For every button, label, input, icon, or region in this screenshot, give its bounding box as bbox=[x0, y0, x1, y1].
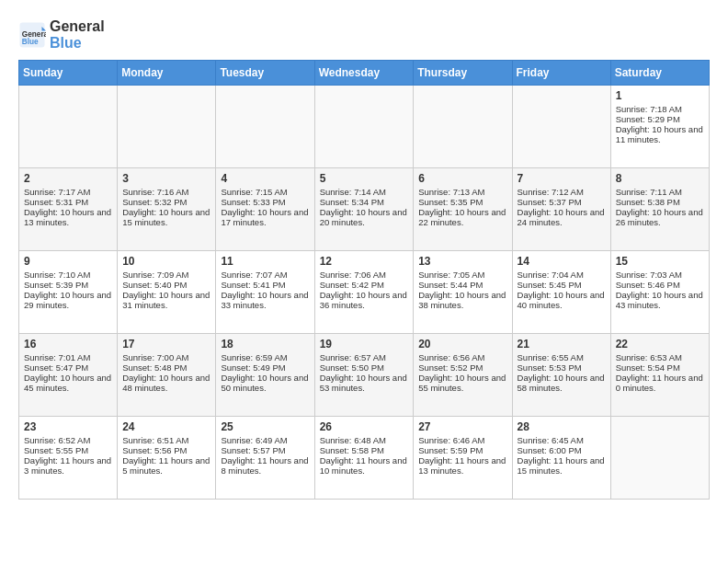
day-number: 27 bbox=[418, 420, 506, 433]
calendar-cell: 14Sunrise: 7:04 AMSunset: 5:45 PMDayligh… bbox=[512, 251, 610, 334]
calendar-cell bbox=[414, 86, 512, 168]
day-number: 16 bbox=[24, 338, 112, 350]
day-info: Daylight: 10 hours and 15 minutes. bbox=[122, 207, 210, 227]
calendar-cell: 11Sunrise: 7:07 AMSunset: 5:41 PMDayligh… bbox=[216, 251, 314, 334]
day-info: Daylight: 11 hours and 5 minutes. bbox=[122, 455, 210, 476]
day-info: Sunset: 5:45 PM bbox=[518, 280, 606, 290]
day-info: Sunrise: 7:14 AM bbox=[320, 187, 409, 197]
day-number: 10 bbox=[122, 255, 210, 268]
calendar-cell: 19Sunrise: 6:57 AMSunset: 5:50 PMDayligh… bbox=[314, 334, 414, 417]
day-number: 12 bbox=[320, 255, 409, 268]
day-number: 4 bbox=[221, 172, 309, 185]
calendar-cell bbox=[610, 417, 709, 500]
day-number: 5 bbox=[320, 172, 409, 185]
day-info: Sunrise: 6:57 AM bbox=[320, 352, 409, 362]
day-number: 22 bbox=[616, 338, 704, 350]
calendar-cell bbox=[512, 86, 610, 168]
day-info: Sunrise: 6:45 AM bbox=[518, 435, 606, 445]
day-number: 13 bbox=[418, 255, 506, 268]
calendar-cell: 21Sunrise: 6:55 AMSunset: 5:53 PMDayligh… bbox=[512, 334, 610, 417]
calendar-cell: 10Sunrise: 7:09 AMSunset: 5:40 PMDayligh… bbox=[118, 251, 216, 334]
day-info: Sunset: 5:48 PM bbox=[122, 362, 210, 373]
day-info: Sunrise: 7:06 AM bbox=[320, 270, 409, 280]
day-number: 19 bbox=[320, 338, 409, 350]
day-number: 8 bbox=[616, 172, 704, 185]
day-info: Daylight: 10 hours and 31 minutes. bbox=[122, 290, 210, 310]
day-number: 1 bbox=[616, 89, 704, 102]
day-info: Sunrise: 6:59 AM bbox=[221, 352, 309, 362]
day-info: Sunset: 5:40 PM bbox=[122, 280, 210, 290]
day-info: Daylight: 10 hours and 38 minutes. bbox=[418, 290, 506, 310]
day-info: Sunrise: 7:07 AM bbox=[221, 270, 309, 280]
day-info: Sunrise: 7:05 AM bbox=[418, 270, 506, 280]
day-info: Daylight: 10 hours and 17 minutes. bbox=[221, 207, 309, 227]
day-info: Sunset: 5:39 PM bbox=[24, 280, 112, 290]
page-header: General Blue General Blue bbox=[18, 18, 710, 51]
calendar-cell: 2Sunrise: 7:17 AMSunset: 5:31 PMDaylight… bbox=[19, 168, 118, 251]
day-info: Daylight: 10 hours and 36 minutes. bbox=[320, 290, 409, 310]
calendar-cell: 25Sunrise: 6:49 AMSunset: 5:57 PMDayligh… bbox=[216, 417, 314, 500]
calendar-cell: 18Sunrise: 6:59 AMSunset: 5:49 PMDayligh… bbox=[216, 334, 314, 417]
day-number: 2 bbox=[24, 172, 112, 185]
calendar-cell: 6Sunrise: 7:13 AMSunset: 5:35 PMDaylight… bbox=[414, 168, 512, 251]
calendar-cell: 23Sunrise: 6:52 AMSunset: 5:55 PMDayligh… bbox=[19, 417, 118, 500]
day-number: 21 bbox=[518, 338, 606, 350]
day-number: 15 bbox=[616, 255, 704, 268]
logo: General Blue General Blue bbox=[18, 18, 105, 51]
day-info: Daylight: 10 hours and 53 minutes. bbox=[320, 373, 409, 393]
day-info: Sunset: 5:29 PM bbox=[616, 114, 704, 124]
day-info: Daylight: 10 hours and 20 minutes. bbox=[320, 207, 409, 227]
calendar-table: SundayMondayTuesdayWednesdayThursdayFrid… bbox=[18, 60, 710, 500]
col-header-monday: Monday bbox=[118, 61, 216, 86]
day-info: Sunset: 5:49 PM bbox=[221, 362, 309, 373]
day-info: Daylight: 10 hours and 55 minutes. bbox=[418, 373, 506, 393]
calendar-cell bbox=[19, 86, 118, 168]
day-info: Daylight: 11 hours and 8 minutes. bbox=[221, 455, 309, 476]
day-info: Daylight: 11 hours and 3 minutes. bbox=[24, 455, 112, 476]
day-info: Sunset: 5:32 PM bbox=[122, 197, 210, 207]
day-info: Sunrise: 7:16 AM bbox=[122, 187, 210, 197]
day-info: Sunset: 5:52 PM bbox=[418, 362, 506, 373]
day-info: Daylight: 11 hours and 13 minutes. bbox=[418, 455, 506, 476]
day-info: Sunset: 5:58 PM bbox=[320, 445, 409, 455]
day-info: Sunset: 5:54 PM bbox=[616, 362, 704, 373]
day-info: Sunrise: 6:51 AM bbox=[122, 435, 210, 445]
calendar-cell: 28Sunrise: 6:45 AMSunset: 6:00 PMDayligh… bbox=[512, 417, 610, 500]
day-info: Sunrise: 7:17 AM bbox=[24, 187, 112, 197]
day-info: Sunset: 5:53 PM bbox=[518, 362, 606, 373]
col-header-tuesday: Tuesday bbox=[216, 61, 314, 86]
col-header-friday: Friday bbox=[512, 61, 610, 86]
day-info: Sunrise: 6:46 AM bbox=[418, 435, 506, 445]
day-info: Daylight: 11 hours and 15 minutes. bbox=[518, 455, 606, 476]
calendar-cell bbox=[118, 86, 216, 168]
calendar-cell: 9Sunrise: 7:10 AMSunset: 5:39 PMDaylight… bbox=[19, 251, 118, 334]
day-info: Sunset: 5:46 PM bbox=[616, 280, 704, 290]
day-info: Sunrise: 6:55 AM bbox=[518, 352, 606, 362]
day-info: Sunset: 5:31 PM bbox=[24, 197, 112, 207]
day-number: 28 bbox=[518, 420, 606, 433]
day-number: 11 bbox=[221, 255, 309, 268]
day-number: 25 bbox=[221, 420, 309, 433]
day-info: Sunrise: 6:52 AM bbox=[24, 435, 112, 445]
day-info: Sunrise: 7:12 AM bbox=[518, 187, 606, 197]
calendar-cell: 20Sunrise: 6:56 AMSunset: 5:52 PMDayligh… bbox=[414, 334, 512, 417]
calendar-cell: 17Sunrise: 7:00 AMSunset: 5:48 PMDayligh… bbox=[118, 334, 216, 417]
day-info: Sunrise: 7:01 AM bbox=[24, 352, 112, 362]
day-info: Sunrise: 7:10 AM bbox=[24, 270, 112, 280]
logo-icon: General Blue bbox=[18, 21, 46, 49]
day-info: Daylight: 10 hours and 22 minutes. bbox=[418, 207, 506, 227]
day-info: Daylight: 11 hours and 10 minutes. bbox=[320, 455, 409, 476]
day-info: Daylight: 10 hours and 26 minutes. bbox=[616, 207, 704, 227]
calendar-cell: 13Sunrise: 7:05 AMSunset: 5:44 PMDayligh… bbox=[414, 251, 512, 334]
day-info: Sunset: 5:44 PM bbox=[418, 280, 506, 290]
day-info: Daylight: 10 hours and 45 minutes. bbox=[24, 373, 112, 393]
day-info: Sunset: 5:33 PM bbox=[221, 197, 309, 207]
col-header-thursday: Thursday bbox=[414, 61, 512, 86]
day-number: 17 bbox=[122, 338, 210, 350]
calendar-cell: 27Sunrise: 6:46 AMSunset: 5:59 PMDayligh… bbox=[414, 417, 512, 500]
day-info: Sunset: 5:55 PM bbox=[24, 445, 112, 455]
calendar-cell bbox=[314, 86, 414, 168]
day-info: Sunrise: 7:09 AM bbox=[122, 270, 210, 280]
day-info: Sunset: 5:41 PM bbox=[221, 280, 309, 290]
calendar-cell: 1Sunrise: 7:18 AMSunset: 5:29 PMDaylight… bbox=[610, 86, 709, 168]
